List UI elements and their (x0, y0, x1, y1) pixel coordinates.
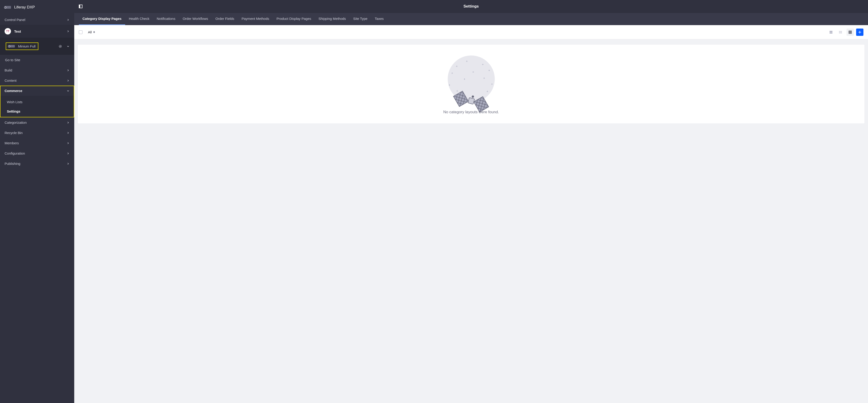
filter-dropdown[interactable]: All (86, 29, 97, 35)
sidebar-item-publishing[interactable]: Publishing (0, 158, 74, 169)
chevron-right-icon (66, 69, 70, 72)
chevron-right-icon (66, 30, 70, 33)
content-area: + + + + + + + + + + + + (74, 39, 868, 403)
tab-category-display-pages[interactable]: Category Display Pages (79, 13, 125, 25)
svg-rect-4 (830, 32, 831, 33)
sidebar-item-go-to-site[interactable]: Go to Site (0, 55, 74, 65)
tab-shipping-methods[interactable]: Shipping Methods (315, 13, 349, 25)
sidebar-item-recycle-bin[interactable]: Recycle Bin (0, 128, 74, 138)
chevron-down-icon (66, 89, 70, 92)
tab-label: Order Fields (215, 17, 235, 21)
sidebar-item-label: Members (5, 141, 19, 145)
tabbar: Category Display Pages Health Check Noti… (74, 12, 868, 25)
sidebar-section-commerce: Commerce Wish Lists Settings (0, 86, 74, 117)
svg-rect-3 (831, 31, 832, 32)
sidebar-item-label: Recycle Bin (5, 131, 23, 135)
brand-area[interactable]: Liferay DXP (0, 0, 74, 14)
chevron-right-icon (66, 131, 70, 134)
sidebar-item-label: Publishing (5, 162, 20, 165)
sidebar-item-label: Wish Lists (7, 100, 22, 104)
sort-caret-icon (93, 31, 95, 33)
view-table-button[interactable] (846, 29, 854, 36)
site-name: Minium Full (18, 44, 36, 48)
sidebar-item-current-site[interactable]: Minium Full (0, 38, 74, 55)
satellite-icon (468, 97, 475, 104)
empty-state-graphic: + + + + + + + + + + + + (448, 56, 495, 102)
tab-taxes[interactable]: Taxes (371, 13, 388, 25)
svg-rect-12 (849, 31, 851, 34)
empty-state-message: No category layouts were found. (443, 110, 499, 114)
site-highlight-box: Minium Full (6, 42, 38, 50)
tab-label: Payment Methods (242, 17, 269, 21)
sidebar-item-configuration[interactable]: Configuration (0, 148, 74, 158)
select-all-checkbox[interactable] (79, 30, 83, 34)
view-cards-button[interactable] (827, 29, 835, 36)
tab-product-display-pages[interactable]: Product Display Pages (273, 13, 315, 25)
sidebar-item-label: Categorization (5, 121, 27, 124)
tab-site-type[interactable]: Site Type (349, 13, 371, 25)
tab-notifications[interactable]: Notifications (153, 13, 179, 25)
brand-title: Liferay DXP (14, 5, 35, 9)
tab-order-workflows[interactable]: Order Workflows (179, 13, 212, 25)
filter-label: All (88, 30, 92, 34)
sidebar: Liferay DXP Control Panel TT Test Minium… (0, 0, 74, 403)
sidebar-item-label: Commerce (5, 89, 22, 93)
sidebar-item-settings[interactable]: Settings (0, 106, 74, 116)
sidebar-item-control-panel[interactable]: Control Panel (0, 14, 74, 25)
chevron-down-icon[interactable] (66, 45, 70, 48)
tab-order-fields[interactable]: Order Fields (212, 13, 238, 25)
site-logo-icon (8, 45, 15, 48)
main-area: Settings Category Display Pages Health C… (74, 0, 868, 403)
svg-rect-5 (831, 32, 832, 33)
sidebar-item-categorization[interactable]: Categorization (0, 117, 74, 128)
tab-label: Order Workflows (183, 17, 208, 21)
sidebar-item-label: Configuration (5, 151, 25, 155)
brand-logo-icon (5, 6, 11, 9)
tab-label: Product Display Pages (277, 17, 311, 21)
topbar: Settings (74, 0, 868, 12)
panel-toggle-icon[interactable] (79, 5, 83, 8)
empty-state-card: + + + + + + + + + + + + (78, 44, 865, 124)
chevron-right-icon (66, 162, 70, 165)
page-title: Settings (83, 4, 860, 9)
chevron-right-icon (66, 152, 70, 155)
sidebar-item-user[interactable]: TT Test (0, 25, 74, 38)
sidebar-item-wishlists[interactable]: Wish Lists (0, 97, 74, 106)
commerce-submenu: Wish Lists Settings (0, 96, 74, 117)
sidebar-item-members[interactable]: Members (0, 138, 74, 148)
svg-marker-1 (60, 46, 61, 47)
view-list-button[interactable] (837, 29, 844, 36)
sidebar-item-label: Content (5, 79, 17, 83)
tab-payment-methods[interactable]: Payment Methods (238, 13, 273, 25)
sidebar-item-label: Build (5, 68, 12, 72)
sidebar-item-label: Control Panel (5, 18, 25, 22)
tab-label: Site Type (353, 17, 367, 21)
tab-label: Notifications (157, 17, 176, 21)
add-button[interactable] (856, 29, 863, 36)
sidebar-item-build[interactable]: Build (0, 65, 74, 75)
sidebar-item-commerce[interactable]: Commerce (0, 86, 74, 96)
chevron-right-icon (66, 121, 70, 124)
user-name: Test (14, 29, 21, 33)
sidebar-item-label: Go to Site (5, 58, 20, 62)
sidebar-item-content[interactable]: Content (0, 75, 74, 86)
tab-label: Category Display Pages (83, 17, 122, 21)
compass-icon[interactable] (59, 45, 62, 48)
plus-icon (858, 30, 862, 34)
chevron-right-icon (66, 79, 70, 82)
avatar: TT (5, 28, 11, 34)
tab-label: Taxes (375, 17, 384, 21)
tab-label: Shipping Methods (318, 17, 346, 21)
svg-rect-2 (830, 31, 831, 32)
chevron-right-icon (66, 142, 70, 145)
sidebar-item-label: Settings (7, 110, 20, 113)
chevron-right-icon (66, 18, 70, 22)
tab-health-check[interactable]: Health Check (125, 13, 153, 25)
tab-label: Health Check (129, 17, 149, 21)
toolbar: All (74, 25, 868, 39)
